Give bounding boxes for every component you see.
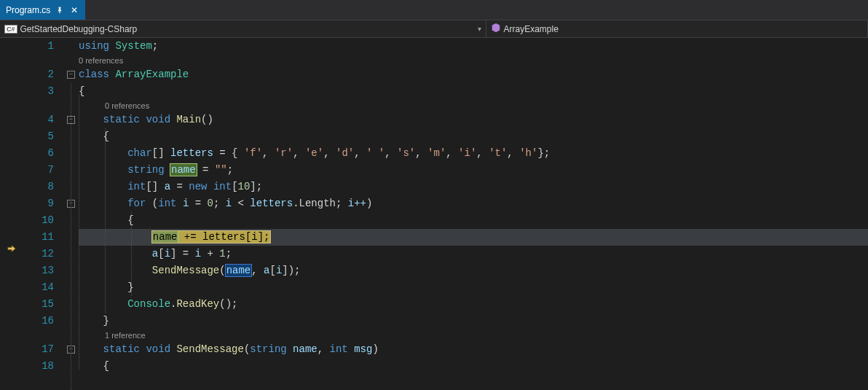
- navigation-bar: C# GetStartedDebugging-CSharp ▾ ArrayExa…: [0, 20, 868, 38]
- symbol-highlight: name: [170, 164, 197, 176]
- line-number: 4: [25, 112, 54, 128]
- line-number: 18: [25, 358, 54, 375]
- code-line: a[i] = i + 1;: [79, 246, 868, 262]
- line-number: 11: [25, 229, 54, 246]
- tab-title: Program.cs: [6, 5, 50, 15]
- glyph-margin[interactable]: [0, 38, 25, 390]
- code-line: for (int i = 0; i < letters.Length; i++): [79, 195, 868, 212]
- tab-bar: Program.cs ✕: [0, 0, 868, 20]
- code-line: string name = "";: [79, 162, 868, 179]
- code-line: class ArrayExample: [79, 66, 868, 83]
- code-line: {: [79, 83, 868, 100]
- execution-pointer-icon[interactable]: [6, 243, 17, 254]
- line-number: 3: [25, 83, 54, 100]
- code-line: static void SendMessage(string name, int…: [79, 341, 868, 358]
- scope-dropdown-project[interactable]: C# GetStartedDebugging-CSharp ▾: [0, 20, 486, 37]
- line-number: 17: [25, 341, 54, 358]
- line-number: 1: [25, 38, 54, 55]
- line-number: 2: [25, 66, 54, 83]
- pin-icon[interactable]: [55, 5, 65, 15]
- code-area[interactable]: using System; 0 references class ArrayEx…: [79, 38, 868, 390]
- code-line: }: [79, 313, 868, 329]
- line-number: 5: [25, 128, 54, 145]
- codelens[interactable]: 0 references: [79, 55, 868, 66]
- code-line: {: [79, 212, 868, 229]
- code-line: SendMessage(name, a[i]);: [79, 262, 868, 279]
- symbol-highlight: name: [226, 265, 252, 276]
- scope-dropdown-type[interactable]: ArrayExample: [486, 20, 868, 37]
- code-line: name += letters[i];: [79, 229, 868, 246]
- code-line: Console.ReadKey();: [79, 296, 868, 313]
- code-line: }: [79, 279, 868, 296]
- line-number: 9: [25, 195, 54, 212]
- code-line: {: [79, 128, 868, 145]
- line-number: 12: [25, 246, 54, 262]
- folding-gutter[interactable]: − − − −: [66, 38, 79, 390]
- code-line: static void Main(): [79, 112, 868, 128]
- class-icon: [491, 23, 501, 35]
- line-number-gutter: 1 2 3 4 5 6 7 8 9 10 11 12 13 14 15 16 1…: [25, 38, 66, 390]
- line-number: 16: [25, 313, 54, 329]
- line-number: 13: [25, 262, 54, 279]
- line-number: 15: [25, 296, 54, 313]
- chevron-down-icon: ▾: [478, 25, 481, 33]
- current-statement: name += letters[i];: [152, 231, 270, 243]
- codelens[interactable]: 1 reference: [79, 329, 868, 341]
- code-editor[interactable]: 1 2 3 4 5 6 7 8 9 10 11 12 13 14 15 16 1…: [0, 38, 868, 390]
- fold-toggle[interactable]: −: [67, 71, 75, 79]
- line-number: 10: [25, 212, 54, 229]
- line-number: 7: [25, 162, 54, 179]
- project-name: GetStartedDebugging-CSharp: [20, 24, 138, 34]
- code-line: char[] letters = { 'f', 'r', 'e', 'd', '…: [79, 145, 868, 162]
- type-name: ArrayExample: [504, 24, 559, 34]
- line-number: 8: [25, 179, 54, 195]
- code-line: {: [79, 358, 868, 375]
- csharp-icon: C#: [4, 25, 17, 34]
- close-icon[interactable]: ✕: [69, 5, 79, 15]
- code-line: int[] a = new int[10];: [79, 179, 868, 195]
- line-number: 6: [25, 145, 54, 162]
- codelens[interactable]: 0 references: [79, 100, 868, 112]
- code-line: using System;: [79, 38, 868, 55]
- tab-program-cs[interactable]: Program.cs ✕: [0, 0, 86, 20]
- line-number: 14: [25, 279, 54, 296]
